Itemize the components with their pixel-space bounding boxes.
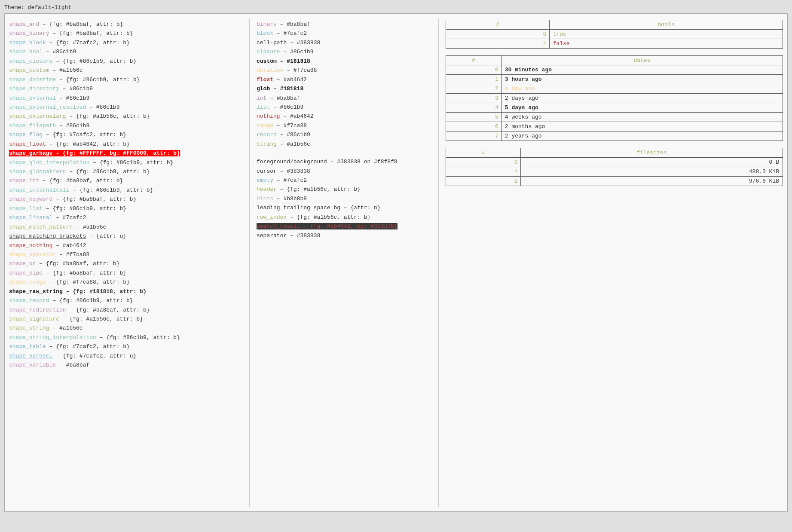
- dates-row-0-val: 30 minutes ago: [501, 65, 783, 75]
- bools-table: #bools0true1false: [446, 20, 783, 49]
- bools-header-#: #: [446, 20, 550, 30]
- col1-line-22: shape_match_pattern – #a1b56c: [9, 223, 245, 232]
- col1-line-12: shape_flag – {fg: #7cafc2, attr: b}: [9, 130, 245, 139]
- col1-line-5: shape_custom – #a1b56c: [9, 66, 245, 75]
- filesizes-row-2-val: 976.6 KiB: [520, 177, 783, 186]
- filesizes-row-0-val: 0 B: [520, 158, 783, 167]
- col1-line-26: shape_or – {fg: #ba8baf, attr: b}: [9, 259, 245, 268]
- table-row: 2a day ago: [446, 84, 783, 94]
- col2-bottom-line-4: hints – #b8b8b8: [257, 194, 434, 203]
- col2-top-line-7: glob – #181818: [257, 84, 434, 93]
- col3: #bools0true1false#dates030 minutes ago13…: [439, 18, 783, 507]
- col2-bottom-line-0: foreground/background – #383838 on #f8f8…: [257, 157, 434, 166]
- col2-top-line-9: list – #86c1b9: [257, 103, 434, 112]
- table-row: 62 months ago: [446, 122, 783, 131]
- col1-line-8: shape_external – #86c1b9: [9, 94, 245, 103]
- col1-line-9: shape_external_resolved – #86c1b9: [9, 103, 245, 112]
- dates-row-5-num: 5: [446, 113, 501, 122]
- table-row: 2976.6 KiB: [446, 177, 783, 186]
- col2-bottom-line-2: empty – #7cafc2: [257, 176, 434, 185]
- col1-line-10: shape_externalarg – {fg: #a1b56c, attr: …: [9, 112, 245, 121]
- table-row: 13 hours ago: [446, 75, 783, 84]
- col1-line-32: shape_signature – {fg: #a1b56c, attr: b}: [9, 315, 245, 324]
- dates-row-7-num: 7: [446, 131, 501, 141]
- bools-header-bools: bools: [549, 20, 783, 30]
- col1-line-30: shape_record – {fg: #86c1b9, attr: b}: [9, 296, 245, 305]
- col2-top-line-12: record – #86c1b9: [257, 130, 434, 139]
- dates-row-4-val: 5 days ago: [501, 103, 783, 113]
- col2-top-line-0: binary – #ba8baf: [257, 20, 434, 29]
- dates-row-2-num: 2: [446, 84, 501, 94]
- filesizes-row-0-num: 0: [446, 158, 521, 167]
- col1-line-11: shape_filepath – #86c1b9: [9, 121, 245, 130]
- col2-top-line-10: nothing – #ab4642: [257, 112, 434, 121]
- col1-line-15: shape_glob_interpolation – {fg: #86c1b9,…: [9, 158, 245, 167]
- filesizes-header-#: #: [446, 148, 521, 158]
- table-row: 1false: [446, 39, 783, 49]
- col1-line-1: shape_binary – {fg: #ba8baf, attr: b}: [9, 29, 245, 38]
- col2-top-line-5: duration – #f7ca88: [257, 66, 434, 75]
- dates-header-#: #: [446, 56, 501, 65]
- col1-line-37: shape_variable – #ba8baf: [9, 361, 245, 370]
- dates-row-0-num: 0: [446, 65, 501, 75]
- col1-line-6: shape_datetime – {fg: #86c1b9, attr: b}: [9, 75, 245, 84]
- bools-row-1-num: 1: [446, 39, 550, 49]
- col2-top-line-3: closure – #86c1b9: [257, 47, 434, 56]
- col1-line-7: shape_directory – #86c1b9: [9, 84, 245, 93]
- table-row: 1488.3 KiB: [446, 167, 783, 177]
- dates-row-7-val: 2 years ago: [501, 131, 783, 141]
- filesizes-row-2-num: 2: [446, 177, 521, 186]
- col1-line-19: shape_keyword – {fg: #ba8baf, attr: b}: [9, 195, 245, 204]
- table-row: 32 days ago: [446, 94, 783, 103]
- bools-row-0-val: true: [549, 30, 783, 39]
- main-container: shape_and – {fg: #ba8baf, attr: b}shape_…: [4, 13, 788, 512]
- col1-line-3: shape_bool – #86c1b9: [9, 47, 245, 56]
- col1-line-24: shape_nothing – #ab4642: [9, 241, 245, 250]
- dates-row-4-num: 4: [446, 103, 501, 113]
- col2-bottom-line-7: search_result – {fg: #ab4642, bg: #38383…: [257, 222, 434, 231]
- dates-row-2-val: a day ago: [501, 84, 783, 94]
- dates-header-dates: dates: [501, 56, 783, 65]
- filesizes-row-1-num: 1: [446, 167, 521, 177]
- col2-top-line-2: cell-path – #383838: [257, 38, 434, 47]
- col1-line-16: shape_globpattern – {fg: #86c1b9, attr: …: [9, 167, 245, 176]
- col1-line-4: shape_closure – {fg: #86c1b9, attr: b}: [9, 57, 245, 66]
- col1-line-25: shape_operator – #f7ca88: [9, 250, 245, 259]
- col1-line-27: shape_pipe – {fg: #ba8baf, attr: b}: [9, 269, 245, 278]
- col2-bottom-line-1: cursor – #383838: [257, 167, 434, 176]
- col1-line-28: shape_range – {fg: #f7ca88, attr: b}: [9, 278, 245, 287]
- col2-top-line-6: float – #ab4642: [257, 75, 434, 84]
- filesizes-table: #filesizes00 B1488.3 KiB2976.6 KiB: [446, 148, 783, 186]
- col1-line-35: shape_table – {fg: #7cafc2, attr: b}: [9, 342, 245, 351]
- col1: shape_and – {fg: #ba8baf, attr: b}shape_…: [9, 18, 250, 507]
- col1-line-17: shape_int – {fg: #ba8baf, attr: b}: [9, 176, 245, 185]
- col1-line-36: shape_vardecl – {fg: #7cafc2, attr: u}: [9, 352, 245, 361]
- table-row: 54 weeks ago: [446, 113, 783, 122]
- col1-line-23: shape_matching_brackets – {attr: u}: [9, 232, 245, 241]
- filesizes-header-filesizes: filesizes: [520, 148, 783, 158]
- bools-row-0-num: 0: [446, 30, 550, 39]
- col1-line-0: shape_and – {fg: #ba8baf, attr: b}: [9, 20, 245, 29]
- col1-line-2: shape_block – {fg: #7cafc2, attr: b}: [9, 38, 245, 47]
- col2-top-line-1: block – #7cafc2: [257, 29, 434, 38]
- dates-table: #dates030 minutes ago13 hours ago2a day …: [446, 55, 783, 141]
- dates-row-1-num: 1: [446, 75, 501, 84]
- col1-line-20: shape_list – {fg: #86c1b9, attr: b}: [9, 204, 245, 213]
- col2-top-line-13: string – #a1b56c: [257, 140, 434, 149]
- table-row: 45 days ago: [446, 103, 783, 113]
- dates-row-6-num: 6: [446, 122, 501, 131]
- dates-row-5-val: 4 weeks ago: [501, 113, 783, 122]
- dates-row-6-val: 2 months ago: [501, 122, 783, 131]
- col1-line-31: shape_redirection – {fg: #ba8baf, attr: …: [9, 306, 245, 315]
- col2-bottom-line-6: row_index – {fg: #a1b56c, attr: b}: [257, 213, 434, 222]
- col1-line-21: shape_literal – #7cafc2: [9, 213, 245, 222]
- col2: binary – #ba8bafblock – #7cafc2cell-path…: [250, 18, 439, 507]
- col1-line-34: shape_string_interpolation – {fg: #86c1b…: [9, 333, 245, 342]
- col1-line-14: shape_garbage – {fg: #FFFFFF, bg: #FF000…: [9, 149, 245, 158]
- table-row: 0true: [446, 30, 783, 39]
- col1-line-18: shape_internalcall – {fg: #86c1b9, attr:…: [9, 186, 245, 195]
- table-row: 72 years ago: [446, 131, 783, 141]
- table-row: 00 B: [446, 158, 783, 167]
- col2-bottom-line-5: leading_trailing_space_bg – {attr: n}: [257, 203, 434, 212]
- dates-row-3-num: 3: [446, 94, 501, 103]
